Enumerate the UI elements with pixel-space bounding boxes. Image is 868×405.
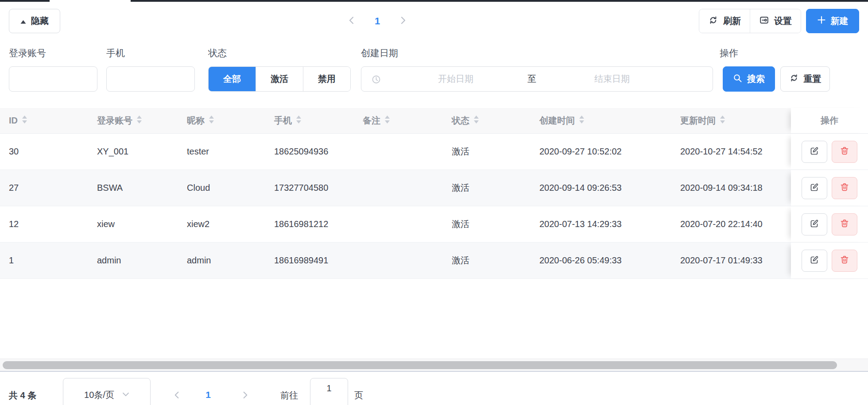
refresh-button[interactable]: 刷新 (699, 9, 750, 33)
settings-button-label: 设置 (774, 15, 792, 27)
cell-remark (363, 206, 452, 242)
current-page[interactable]: 1 (375, 15, 380, 27)
edit-row-button[interactable] (802, 141, 827, 163)
hide-filters-button[interactable]: 隐藏 (9, 9, 60, 33)
date-range-separator: 至 (523, 67, 541, 91)
cell-account: admin (97, 243, 187, 278)
column-header-id[interactable]: ID (0, 108, 97, 133)
cell-id: 1 (0, 243, 97, 278)
phone-input[interactable] (106, 66, 195, 92)
sort-carets-icon (22, 115, 27, 127)
cell-actions (791, 206, 868, 242)
create-button-label: 新建 (831, 15, 849, 27)
column-header-status[interactable]: 状态 (452, 108, 539, 133)
table-row: 27 BSWA Cloud 17327704580 激活 2020-09-14 … (0, 170, 868, 206)
cell-nickname: tester (187, 134, 274, 170)
create-button[interactable]: 新建 (806, 9, 859, 33)
edit-row-button[interactable] (802, 250, 827, 272)
cell-id: 30 (0, 134, 97, 170)
edit-row-button[interactable] (802, 177, 827, 199)
cell-created: 2020-06-26 05:49:33 (539, 243, 680, 278)
cell-created: 2020-09-27 10:52:02 (539, 134, 680, 170)
prev-page-icon[interactable] (174, 391, 180, 401)
sort-carets-icon (209, 115, 214, 127)
cell-nickname: xiew2 (187, 206, 274, 242)
delete-row-button[interactable] (832, 250, 857, 272)
cell-remark (363, 243, 452, 278)
sort-carets-icon (384, 115, 390, 127)
top-pagination: 1 (348, 9, 407, 33)
start-date-placeholder[interactable]: 开始日期 (403, 67, 509, 91)
cell-remark (363, 170, 452, 206)
chevron-down-icon (122, 389, 129, 401)
column-header-updated[interactable]: 更新时间 (680, 108, 791, 133)
column-header-phone[interactable]: 手机 (274, 108, 363, 133)
column-header-account[interactable]: 登录账号 (97, 108, 187, 133)
settings-button[interactable]: 设置 (750, 9, 801, 33)
cell-updated: 2020-09-14 09:34:18 (680, 170, 791, 206)
trash-icon (839, 255, 850, 266)
cell-created: 2020-07-13 14:29:33 (539, 206, 680, 242)
status-label: 状态 (208, 47, 227, 59)
cell-status: 激活 (452, 243, 539, 278)
pagination-footer: 共 4 条 10条/页 1 前往 页 (0, 372, 868, 405)
delete-row-button[interactable] (832, 177, 857, 199)
delete-row-button[interactable] (832, 141, 857, 163)
column-header-nickname[interactable]: 昵称 (187, 108, 274, 133)
refresh-icon (789, 73, 799, 85)
cell-remark (363, 134, 452, 170)
cell-account: xiew (97, 206, 187, 242)
toolbar: 隐藏 1 刷新 设置 (0, 9, 868, 33)
end-date-placeholder[interactable]: 结束日期 (559, 67, 665, 91)
page-size-select[interactable]: 10条/页 (63, 378, 151, 405)
status-option-active[interactable]: 激活 (256, 67, 303, 91)
status-option-disabled[interactable]: 禁用 (303, 67, 350, 91)
sort-carets-icon (296, 115, 302, 127)
reset-button[interactable]: 重置 (780, 66, 830, 92)
login-account-input[interactable] (9, 66, 97, 92)
trash-icon (839, 218, 850, 230)
column-header-action: 操作 (791, 108, 868, 133)
next-page-icon[interactable] (399, 16, 407, 26)
sort-carets-icon (579, 115, 585, 127)
users-table: ID 登录账号 昵称 手机 备注 状态 创建时间 更新时间 (0, 108, 868, 359)
prev-page-icon[interactable] (348, 16, 355, 26)
cell-status: 激活 (452, 170, 539, 206)
cell-account: XY_001 (97, 134, 187, 170)
create-date-range-picker[interactable]: 开始日期 至 结束日期 (361, 66, 713, 92)
table-row: 30 XY_001 tester 18625094936 激活 2020-09-… (0, 134, 868, 170)
column-header-remark[interactable]: 备注 (363, 108, 452, 133)
trash-icon (839, 182, 850, 194)
delete-row-button[interactable] (832, 213, 857, 235)
cell-phone: 18616989491 (274, 243, 363, 278)
cell-nickname: admin (187, 243, 274, 278)
current-page[interactable]: 1 (200, 390, 216, 400)
cell-account: BSWA (97, 170, 187, 206)
goto-page-input[interactable] (310, 378, 348, 405)
table-header-row: ID 登录账号 昵称 手机 备注 状态 创建时间 更新时间 (0, 108, 868, 134)
operation-label: 操作 (720, 47, 738, 59)
edit-row-button[interactable] (802, 213, 827, 235)
cell-created: 2020-09-14 09:26:53 (539, 170, 680, 206)
edit-square-icon (809, 255, 820, 266)
trash-icon (839, 146, 850, 158)
edit-square-icon (809, 182, 820, 194)
refresh-icon (708, 15, 718, 27)
cell-phone: 17327704580 (274, 170, 363, 206)
column-header-created[interactable]: 创建时间 (539, 108, 680, 133)
status-option-all[interactable]: 全部 (209, 67, 256, 91)
horizontal-scrollbar-thumb[interactable] (3, 361, 837, 369)
login-account-label: 登录账号 (9, 47, 46, 59)
cell-actions (791, 243, 868, 278)
goto-page-label: 前往 (280, 390, 298, 401)
horizontal-scrollbar-track[interactable] (0, 359, 868, 371)
window-top-edge (0, 0, 868, 2)
search-button[interactable]: 搜索 (723, 66, 775, 92)
reset-button-label: 重置 (804, 73, 822, 85)
table-row: 12 xiew xiew2 18616981212 激活 2020-07-13 … (0, 206, 868, 243)
cell-updated: 2020-10-27 14:54:52 (680, 134, 791, 170)
phone-label: 手机 (106, 47, 125, 59)
edit-square-icon (809, 218, 820, 230)
sort-carets-icon (473, 115, 479, 127)
next-page-icon[interactable] (242, 391, 248, 401)
